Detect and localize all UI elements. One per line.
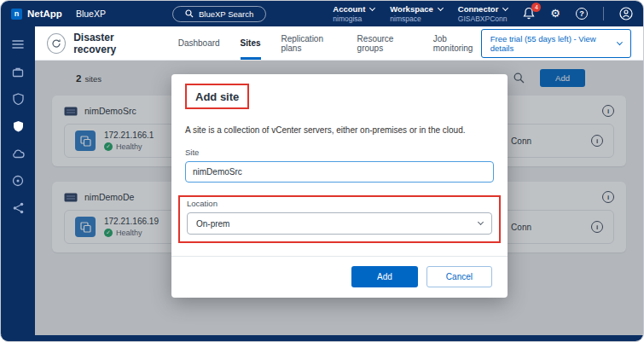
notifications-button[interactable]: 4 [523,7,535,20]
chevron-down-icon [369,5,375,11]
workspace-selector[interactable]: Workspace nimspace [390,4,443,23]
location-selected-value: On-prem [196,219,229,229]
top-header: n NetApp BlueXP BlueXP Search Account ni… [1,1,643,26]
menu-icon[interactable] [9,36,27,53]
share-network-icon[interactable] [9,200,27,217]
modal-description: A site is a collection of vCenter server… [185,125,494,135]
disaster-recovery-icon [47,33,66,54]
settings-button[interactable]: ⚙ [550,8,560,19]
search-label: BlueXP Search [199,9,253,19]
modal-footer: Add Cancel [171,256,508,298]
connector-label: Connector [458,4,499,14]
workspace-value: nimspace [390,14,443,23]
protection-shield-icon[interactable] [9,118,27,135]
chevron-down-icon [438,5,444,11]
chevron-down-icon [502,5,508,11]
location-field-label: Location [187,199,492,208]
tab-resource-groups[interactable]: Resource groups [357,26,413,60]
window-bottom-bar [1,335,643,341]
modal-cancel-button[interactable]: Cancel [426,266,492,287]
tab-job-monitoring[interactable]: Job monitoring [433,26,481,60]
modal-title: Add site [195,90,239,103]
account-label: Account [333,4,365,14]
left-sidebar [1,26,35,341]
bluexp-app-window: n NetApp BlueXP BlueXP Search Account ni… [0,0,644,342]
brand-product: BlueXP [76,9,106,19]
tab-replication-plans[interactable]: Replication plans [281,26,337,60]
account-selector[interactable]: Account nimogisa [333,4,374,23]
gear-icon: ⚙ [550,8,560,19]
service-header: Disaster recovery Dashboard Sites Replic… [35,26,643,61]
discover-icon[interactable] [9,172,27,189]
location-select[interactable]: On-prem [187,212,492,235]
modal-add-button[interactable]: Add [351,266,418,287]
connector-selector[interactable]: Connector GISABXPConn [458,4,508,23]
site-name-input[interactable] [185,161,494,183]
mobility-cloud-icon[interactable] [9,145,27,162]
site-field-label: Site [185,148,494,157]
notifications-badge: 4 [531,3,541,12]
help-icon: ? [576,8,588,20]
user-avatar-icon [619,7,633,20]
free-trial-label: Free trial (55 days left) - View details [490,34,611,53]
header-selectors: Account nimogisa Workspace nimspace Conn… [333,4,633,23]
chevron-down-icon [478,219,484,225]
chevron-down-icon [617,39,623,45]
tab-dashboard[interactable]: Dashboard [178,26,220,60]
user-menu-button[interactable] [619,7,633,20]
page-title: Disaster recovery [73,32,152,55]
brand-name: NetApp [27,9,62,19]
search-icon [185,9,194,18]
header-divider [603,7,604,20]
tab-bar: Dashboard Sites Replication plans Resour… [178,26,481,60]
brand: n NetApp BlueXP [11,9,106,20]
netapp-logo-icon: n [11,9,22,20]
storage-icon[interactable] [9,63,27,80]
workspace-label: Workspace [390,4,433,14]
free-trial-button[interactable]: Free trial (55 days left) - View details [481,29,631,58]
add-site-modal: Add site A site is a collection of vCent… [171,74,508,298]
bluexp-search-button[interactable]: BlueXP Search [172,6,266,22]
annotation-box-location: Location On-prem [178,195,501,243]
annotation-box-title: Add site [185,84,249,109]
tab-sites[interactable]: Sites [241,26,261,60]
health-shield-icon[interactable] [9,90,27,107]
connector-value: GISABXPConn [458,14,508,23]
help-button[interactable]: ? [576,8,588,20]
account-value: nimogisa [333,14,374,23]
